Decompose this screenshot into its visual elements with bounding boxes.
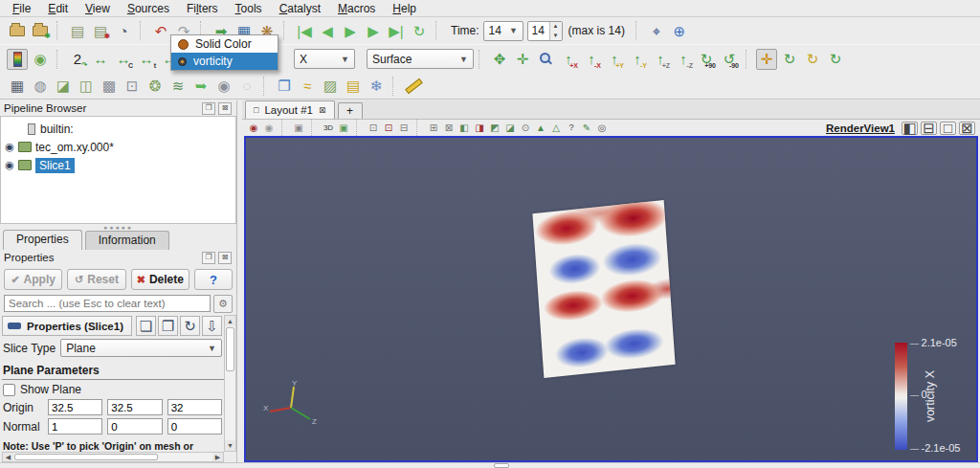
slice-type-combo[interactable]: Plane▼: [60, 339, 222, 357]
undo-icon[interactable]: ↶: [150, 20, 171, 41]
rotate-90-cw-icon[interactable]: ↻+90: [696, 49, 717, 70]
scroll-down-icon[interactable]: ▼: [225, 440, 235, 451]
copy-icon[interactable]: ❏: [136, 316, 156, 336]
paste-icon[interactable]: ❐: [158, 316, 178, 336]
contour-icon[interactable]: ◍: [30, 76, 51, 97]
slice-icon[interactable]: ◫: [76, 76, 97, 97]
rotate-90-ccw-icon[interactable]: ↺-90: [719, 49, 740, 70]
gear-icon[interactable]: ⚙: [213, 295, 233, 313]
delete-button[interactable]: ✖ Delete: [131, 269, 189, 290]
select-block-points-icon[interactable]: ◨: [472, 121, 487, 135]
menu-filters[interactable]: Filters: [178, 1, 227, 16]
last-frame-icon[interactable]: ▶|: [386, 20, 407, 41]
origin-x-field[interactable]: [48, 399, 102, 415]
probe-location-icon[interactable]: ❄: [366, 76, 387, 97]
extract-block-icon[interactable]: ❐: [274, 76, 295, 97]
zoom-to-data-icon[interactable]: ✛: [512, 49, 533, 70]
normal-y-field[interactable]: [107, 418, 162, 435]
interactive-select-points-icon[interactable]: ◪: [502, 121, 518, 135]
center-axes-icon[interactable]: ◎: [594, 121, 610, 135]
extract-subset-icon[interactable]: ⊡: [122, 76, 143, 97]
split-vertical-icon[interactable]: ⊟: [921, 122, 937, 135]
stream-tracer-icon[interactable]: ≋: [167, 76, 189, 97]
normal-z-field[interactable]: [167, 418, 222, 435]
reset-defaults-icon[interactable]: ↻: [180, 316, 200, 336]
open-file-icon[interactable]: [7, 20, 28, 41]
edit-selection-icon[interactable]: ✎: [579, 121, 594, 135]
view-minus-z-icon[interactable]: ↑-Z: [673, 49, 694, 70]
select-block-icon[interactable]: ◧: [457, 121, 472, 135]
grow-selection-icon[interactable]: ▲: [533, 121, 548, 135]
scroll-up-icon[interactable]: ▲: [225, 316, 235, 326]
next-frame-icon[interactable]: ▶: [363, 20, 384, 41]
view-minus-x-icon[interactable]: ↑-X: [581, 49, 602, 70]
menu-catalyst[interactable]: Catalyst: [271, 1, 329, 16]
calculator-icon[interactable]: ▦: [7, 76, 28, 97]
timer-icon[interactable]: ◔: [113, 20, 134, 41]
help-button[interactable]: ?: [194, 269, 233, 290]
interactive-select-cells-icon[interactable]: ◩: [487, 121, 502, 135]
view-plus-z-icon[interactable]: ↑+Z: [650, 49, 671, 70]
rescale-custom-icon[interactable]: ↔: [90, 49, 111, 70]
first-frame-icon[interactable]: |◀: [294, 20, 315, 41]
dropdown-item-vorticity[interactable]: vorticity: [171, 53, 278, 70]
ruler-icon[interactable]: [403, 76, 424, 97]
renderview-label[interactable]: RenderView1: [826, 123, 895, 134]
select-view-icon[interactable]: ▣: [291, 121, 306, 135]
select-frustum-cells-icon[interactable]: ⊟: [396, 121, 412, 135]
mouse-rotate-icon[interactable]: ↻: [825, 49, 846, 70]
loop-icon[interactable]: ↻: [409, 20, 430, 41]
scrollbar-thumb[interactable]: [14, 454, 158, 460]
play-icon[interactable]: ▶: [340, 20, 361, 41]
add-camera-link-icon[interactable]: ⊕: [669, 20, 690, 41]
rotate-camera-cw-icon[interactable]: ↻: [779, 49, 800, 70]
component-combo[interactable]: X▼: [294, 49, 355, 69]
pipeline-item-builtin[interactable]: builtin:: [1, 120, 235, 138]
threshold-icon[interactable]: ▩: [99, 76, 120, 97]
close-tab-icon[interactable]: ⊠: [319, 105, 326, 115]
disconnect-server-icon[interactable]: ▤✱: [90, 20, 111, 41]
pipeline-item-source[interactable]: ◉ tec_om.xy.000*: [1, 138, 235, 156]
plot-over-line-icon[interactable]: ≈: [297, 76, 318, 97]
hover-cells-icon[interactable]: ⊙: [518, 121, 533, 135]
rescale-temporal-icon[interactable]: ↔t: [136, 49, 157, 70]
section-header-slice1[interactable]: Properties (Slice1): [2, 316, 132, 336]
reset-camera-icon[interactable]: ✥: [489, 49, 510, 70]
previous-frame-icon[interactable]: ◀: [317, 20, 338, 41]
representation-combo[interactable]: Surface▼: [367, 49, 474, 69]
toggle-3d-icon[interactable]: 3D: [321, 121, 336, 135]
eye-icon[interactable]: ◉: [1, 141, 18, 153]
edit-colormap-icon[interactable]: [7, 49, 28, 70]
group-datasets-icon[interactable]: ◉: [213, 76, 234, 97]
scroll-right-icon[interactable]: ▶: [212, 453, 223, 461]
frame-spinbox[interactable]: 14 ▲▼: [527, 21, 563, 41]
menu-view[interactable]: View: [77, 1, 119, 16]
normal-x-field[interactable]: [48, 418, 102, 435]
render-viewport[interactable]: 2.1e-05 0 -2.1e-05 vorticity X X Y Z: [244, 136, 978, 462]
warp-icon[interactable]: ➥: [190, 76, 212, 97]
reset-center-icon[interactable]: ▣: [336, 121, 351, 135]
view-plus-y-icon[interactable]: ↑+Y: [604, 49, 625, 70]
origin-z-field[interactable]: [167, 399, 222, 415]
reset-button[interactable]: ↺ Reset: [67, 269, 125, 290]
orientation-axes-toggle-icon[interactable]: ✛: [756, 49, 777, 70]
close-icon[interactable]: ⊠: [218, 102, 232, 115]
spin-down-icon[interactable]: ▼: [550, 31, 562, 40]
plot-selection-icon[interactable]: ▨: [320, 76, 341, 97]
load-state-icon[interactable]: [30, 20, 51, 41]
set-solid-color-icon[interactable]: ◉: [30, 49, 51, 70]
glyph-icon[interactable]: ❂: [145, 76, 166, 97]
slice-surface[interactable]: [532, 200, 675, 378]
color-legend-bar[interactable]: [895, 343, 907, 450]
splitter-handle[interactable]: [494, 463, 509, 468]
edit-camera-icon[interactable]: ◉: [246, 121, 261, 135]
apply-button[interactable]: ✔ Apply: [4, 269, 62, 290]
maximize-icon[interactable]: □: [940, 122, 956, 135]
horizontal-scrollbar[interactable]: ◀ ▶: [2, 452, 224, 462]
scrollbar-thumb[interactable]: [226, 327, 234, 371]
layout-tab[interactable]: □ Layout #1 ⊠: [245, 100, 335, 119]
menu-edit[interactable]: Edit: [39, 1, 77, 16]
shrink-selection-icon[interactable]: △: [548, 121, 564, 135]
menu-help[interactable]: Help: [384, 1, 425, 16]
pipeline-item-slice[interactable]: ◉ Slice1: [1, 156, 235, 174]
